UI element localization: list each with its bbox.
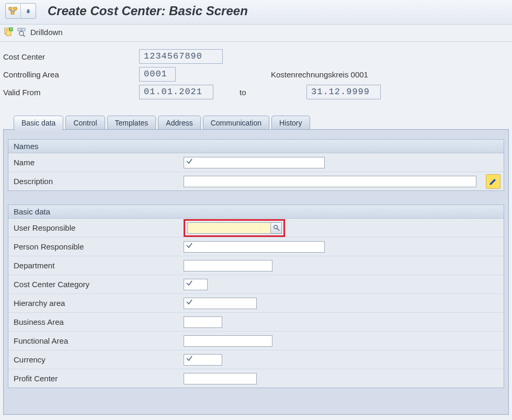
row-name: Name (8, 153, 504, 172)
person-responsible-input[interactable] (184, 241, 325, 253)
valid-from-value: 01.01.2021 (139, 85, 213, 99)
functional-area-label: Functional Area (8, 336, 184, 345)
hierarchy-label: Hierarchy area (8, 299, 184, 308)
hierarchy-input[interactable] (184, 298, 257, 309)
title-bar: Create Cost Center: Basic Screen (0, 0, 512, 25)
row-cc-category: Cost Center Category (8, 275, 504, 293)
name-label: Name (8, 158, 184, 167)
row-user-responsible: User Responsible (8, 219, 504, 237)
department-label: Department (8, 261, 184, 270)
svg-line-11 (277, 229, 279, 231)
search-help-icon (273, 224, 280, 231)
business-area-label: Business Area (8, 317, 184, 326)
cc-category-input[interactable] (184, 279, 208, 290)
edit-long-text-button[interactable] (486, 174, 500, 189)
drilldown-button[interactable]: Drilldown (30, 28, 63, 37)
cc-category-label: Cost Center Category (8, 280, 184, 289)
controlling-area-value: 0001 (139, 67, 176, 82)
row-description: Description (8, 172, 504, 190)
description-label: Description (8, 177, 184, 186)
department-input[interactable] (184, 260, 272, 271)
svg-line-9 (23, 35, 25, 37)
svg-point-10 (274, 225, 277, 229)
row-business-area: Business Area (8, 312, 504, 331)
tab-communication[interactable]: Communication (203, 116, 269, 130)
person-responsible-label: Person Responsible (8, 242, 184, 251)
name-input[interactable] (184, 157, 325, 168)
tab-address[interactable]: Address (158, 116, 200, 130)
svg-point-8 (19, 31, 24, 36)
group-names: Names Name Description (8, 139, 504, 191)
row-currency: Currency (8, 350, 504, 369)
svg-rect-5 (9, 28, 13, 31)
functional-area-input[interactable] (184, 335, 272, 347)
tab-history[interactable]: History (271, 116, 310, 130)
svg-rect-1 (14, 7, 17, 10)
tab-body: Names Name Description (3, 129, 509, 415)
svg-rect-6 (18, 28, 21, 31)
header-fields: Cost Center 1234567890 Controlling Area … (0, 42, 512, 103)
profit-center-input[interactable] (184, 373, 257, 384)
description-input[interactable] (184, 176, 476, 187)
copy-icon[interactable] (3, 27, 14, 37)
currency-label: Currency (8, 355, 184, 364)
tab-region: Basic data Control Templates Address Com… (0, 115, 512, 415)
user-responsible-highlight (184, 219, 285, 237)
tab-basic-data[interactable]: Basic data (14, 116, 63, 130)
row-functional-area: Functional Area (8, 331, 504, 350)
dropdown-arrow-icon (21, 4, 36, 18)
drilldown-icon[interactable] (17, 27, 27, 37)
row-profit-center: Profit Center (8, 369, 504, 388)
business-area-input[interactable] (184, 316, 222, 328)
svg-rect-2 (11, 12, 14, 14)
svg-rect-7 (22, 28, 25, 31)
user-responsible-f4-button[interactable] (271, 222, 282, 234)
user-responsible-label: User Responsible (8, 223, 184, 232)
page-title: Create Cost Center: Basic Screen (45, 4, 507, 18)
svg-rect-0 (9, 7, 12, 10)
group-basic-data: Basic data User Responsible (8, 205, 504, 388)
tab-control[interactable]: Control (65, 116, 105, 130)
controlling-area-text: Kostenrechnungskreis 0001 (265, 70, 509, 79)
user-responsible-input[interactable] (187, 222, 271, 234)
row-department: Department (8, 256, 504, 275)
row-person-responsible: Person Responsible (8, 237, 504, 256)
valid-to-label: to (233, 88, 265, 97)
row-hierarchy: Hierarchy area (8, 293, 504, 312)
profit-center-label: Profit Center (8, 374, 184, 383)
secondary-toolbar: Drilldown (0, 25, 512, 42)
valid-to-value: 31.12.9999 (306, 85, 381, 99)
hierarchy-icon (6, 4, 21, 18)
valid-from-label: Valid From (3, 88, 139, 97)
group-basic-data-title: Basic data (8, 205, 504, 219)
title-toolbar-button[interactable] (5, 3, 36, 19)
currency-input[interactable] (184, 354, 222, 366)
pencil-icon (489, 177, 497, 186)
cost-center-value: 1234567890 (139, 49, 223, 64)
controlling-area-label: Controlling Area (3, 70, 139, 79)
tab-strip: Basic data Control Templates Address Com… (3, 115, 509, 130)
cost-center-label: Cost Center (3, 52, 139, 61)
group-names-title: Names (8, 140, 504, 153)
tab-templates[interactable]: Templates (107, 116, 156, 130)
